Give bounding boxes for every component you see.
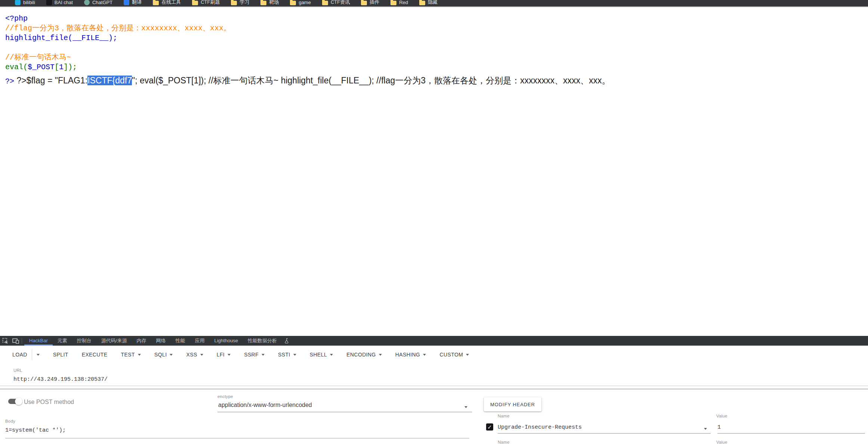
bookmark-folder-study[interactable]: 学习	[231, 0, 249, 6]
page-content: <?php //flag一分为3，散落在各处，分别是：xxxxxxxx、xxxx…	[0, 8, 868, 336]
baichat-icon	[46, 0, 52, 5]
tab-performance[interactable]: 性能	[170, 336, 190, 346]
xss-menu-button[interactable]: XSS	[186, 352, 203, 358]
button-label: SSTI	[278, 352, 290, 358]
translate-icon	[124, 0, 129, 5]
tab-performance-insights[interactable]: 性能数据分析	[243, 336, 282, 346]
blank-line	[5, 43, 868, 53]
bookmark-folder-online-tools[interactable]: 在线工具	[153, 0, 181, 6]
bookmark-folder-ctf-news[interactable]: CTF资讯	[322, 0, 350, 6]
bookmark-folder-ctf-practice[interactable]: CTF刷题	[192, 0, 220, 6]
tab-console[interactable]: 控制台	[72, 336, 96, 346]
output-text: ?>$flag = "FLAG1:	[14, 76, 87, 85]
bookmark-bilibili[interactable]: bilibili	[15, 0, 35, 5]
load-button[interactable]: LOAD	[12, 349, 40, 360]
inspect-icon[interactable]	[0, 336, 10, 346]
header-enabled-checkbox[interactable]: ✓	[486, 423, 493, 431]
ssti-menu-button[interactable]: SSTI	[278, 352, 296, 358]
tab-hackbar[interactable]: HackBar	[24, 336, 53, 346]
use-post-toggle[interactable]	[8, 399, 22, 404]
bookmark-folder-game[interactable]: game	[290, 0, 311, 5]
chevron-down-icon[interactable]	[37, 354, 40, 356]
folder-icon	[231, 1, 237, 5]
header-value-label: Value	[716, 440, 728, 444]
chevron-down-icon[interactable]	[464, 406, 467, 408]
output-text: "; eval($_POST[1]); //标准一句话木马~ highlight…	[132, 76, 610, 85]
bookmark-folder-hidden[interactable]: 隐藏	[419, 0, 438, 6]
split-button[interactable]: SPLIT	[53, 352, 68, 358]
tab-network[interactable]: 网络	[151, 336, 170, 346]
header-value-input[interactable]: 1	[717, 424, 721, 431]
bookmark-folder-red[interactable]: Red	[390, 0, 408, 5]
bookmarks-bar: bilibili BAI chat ChatGPT 翻译 在线工具 CTF刷题 …	[0, 0, 868, 7]
encoding-menu-button[interactable]: ENCODING	[346, 352, 382, 358]
bookmark-label: bilibili	[23, 0, 35, 5]
button-label: SSRF	[244, 352, 259, 358]
php-comment-webshell: //标准一句话木马~	[5, 53, 71, 62]
button-label: XSS	[186, 352, 197, 358]
enctype-label: enctype	[217, 394, 233, 399]
chevron-down-icon[interactable]	[704, 428, 707, 430]
url-input[interactable]: http://43.249.195.138:20537/	[13, 376, 108, 383]
bookmark-translate[interactable]: 翻译	[124, 0, 142, 6]
enctype-underline	[217, 412, 472, 412]
bookmark-label: 在线工具	[161, 0, 181, 6]
tab-memory[interactable]: 内存	[132, 336, 151, 346]
header-value-underline	[717, 433, 865, 434]
chevron-down-icon	[170, 354, 173, 356]
header-name-input[interactable]: Upgrade-Insecure-Requests	[498, 424, 582, 431]
tab-sources[interactable]: 源代码/来源	[96, 336, 132, 346]
shell-menu-button[interactable]: SHELL	[310, 352, 333, 358]
hashing-menu-button[interactable]: HASHING	[395, 352, 426, 358]
body-input[interactable]: 1=system('tac *');	[5, 427, 66, 434]
custom-menu-button[interactable]: CUSTOM	[439, 352, 469, 358]
folder-icon	[260, 1, 266, 5]
modify-header-button[interactable]: MODIFY HEADER	[484, 397, 541, 411]
bookmark-folder-range[interactable]: 靶场	[260, 0, 279, 6]
folder-icon	[361, 1, 367, 5]
folder-icon	[290, 1, 296, 5]
button-label: SPLIT	[53, 352, 68, 358]
button-label: CUSTOM	[439, 352, 463, 358]
code-token: $_POST	[28, 63, 55, 71]
device-toolbar-icon[interactable]	[10, 336, 21, 346]
tab-application[interactable]: 应用	[190, 336, 209, 346]
code-token: 1	[59, 63, 64, 71]
php-source-code: <?php //flag一分为3，散落在各处，分别是：xxxxxxxx、xxxx…	[0, 8, 868, 72]
bookmark-chatgpt[interactable]: ChatGPT	[84, 0, 112, 5]
chevron-down-icon	[228, 354, 231, 356]
header-value-label: Value	[716, 414, 728, 418]
url-label: URL	[13, 368, 22, 373]
tab-lighthouse[interactable]: Lighthouse	[209, 336, 243, 346]
chevron-down-icon	[423, 354, 426, 356]
folder-icon	[153, 1, 159, 5]
chevron-down-icon	[138, 354, 141, 356]
check-icon: ✓	[487, 424, 492, 430]
button-label: TEST	[121, 352, 135, 358]
php-close-tag: ?>	[5, 77, 14, 86]
sqli-menu-button[interactable]: SQLI	[154, 352, 173, 358]
test-menu-button[interactable]: TEST	[121, 352, 141, 358]
performance-insights-flask-icon	[282, 336, 292, 346]
folder-icon	[390, 1, 396, 5]
php-eval-line: eval($_POST[1]);	[5, 62, 868, 72]
button-label: ENCODING	[346, 352, 376, 358]
bookmark-label: 靶场	[269, 0, 279, 6]
chatgpt-icon	[84, 0, 90, 5]
folder-icon	[419, 1, 425, 5]
tab-elements[interactable]: 元素	[53, 336, 72, 346]
lfi-menu-button[interactable]: LFI	[217, 352, 231, 358]
ssrf-menu-button[interactable]: SSRF	[244, 352, 265, 358]
button-label: HASHING	[395, 352, 420, 358]
chevron-down-icon	[262, 354, 265, 356]
bookmark-label: CTF资讯	[331, 0, 350, 6]
button-label: SHELL	[310, 352, 327, 358]
bookmark-folder-plugins[interactable]: 插件	[361, 0, 379, 6]
enctype-select[interactable]: application/x-www-form-urlencoded	[218, 402, 312, 408]
bookmarks-row: bilibili BAI chat ChatGPT 翻译 在线工具 CTF刷题 …	[0, 0, 868, 7]
devtools-tabbar: HackBar 元素 控制台 源代码/来源 内存 网络 性能 应用 Lighth…	[0, 336, 868, 346]
hackbar-toolbar: LOAD SPLIT EXECUTE TEST SQLI XSS LFI SSR…	[0, 346, 868, 364]
execute-button[interactable]: EXECUTE	[82, 352, 108, 358]
bookmark-baichat[interactable]: BAI chat	[46, 0, 73, 5]
header-name-label: Name	[498, 440, 509, 444]
